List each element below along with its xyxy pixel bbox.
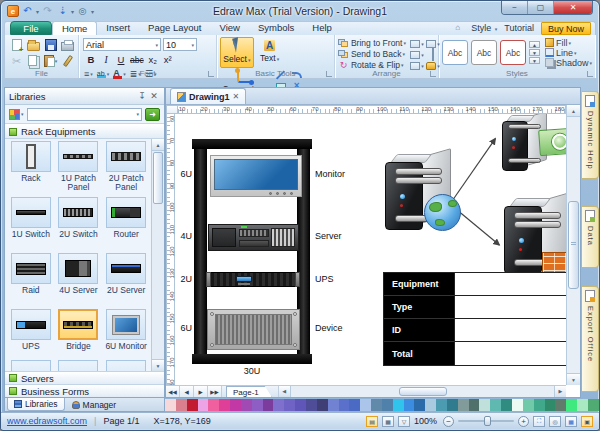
buy-now-button[interactable]: Buy Now (541, 22, 591, 35)
palette-swatch[interactable] (284, 399, 295, 411)
section-header-business-forms[interactable]: Business Forms (5, 384, 164, 397)
palette-swatch[interactable] (371, 399, 382, 411)
ribbon-tab-help[interactable]: Help (303, 21, 341, 35)
fill-button[interactable]: Fill▾ (545, 38, 592, 47)
maximize-button[interactable]: ▢ (528, 1, 554, 14)
section-header-rack-equipments[interactable]: Rack Equipments (5, 124, 164, 139)
zoom-slider[interactable] (458, 420, 514, 422)
tutorial-link[interactable]: Tutorial (504, 23, 534, 33)
close-button[interactable]: ✕ (554, 1, 592, 14)
library-search-input[interactable]: ▾ (27, 108, 142, 121)
device-shape[interactable] (207, 309, 300, 350)
new-document-button[interactable] (9, 38, 24, 52)
document-tab-close-icon[interactable]: ✕ (233, 92, 240, 101)
send-to-back-button[interactable]: Send to Back▾ (338, 49, 406, 59)
font-dialog-launcher[interactable] (208, 71, 214, 77)
canvas-horizontal-scrollbar[interactable]: ◀ ▶ (278, 386, 566, 397)
group-shapes-button[interactable]: ▾ (410, 51, 424, 59)
edrawsoft-link[interactable]: www.edrawsoft.com (7, 416, 87, 426)
scroll-left-icon[interactable]: ◀ (279, 386, 291, 397)
palette-swatch[interactable] (523, 399, 534, 411)
scroll-down-icon[interactable]: ▼ (567, 373, 580, 385)
style-preset-2[interactable]: Abc (471, 40, 497, 65)
palette-swatch[interactable] (328, 399, 339, 411)
save-button[interactable] (43, 38, 58, 52)
library-item-thumbnail[interactable] (106, 141, 146, 172)
library-item-1u-patch-panel[interactable]: 1U Patch Panel (55, 141, 103, 197)
canvas-vscrollbar-thumb[interactable] (568, 201, 579, 289)
palette-swatch[interactable] (447, 399, 458, 411)
server-shape[interactable] (208, 224, 299, 251)
library-item-6u-monitor[interactable]: 6U Monitor (102, 309, 150, 365)
redo-icon[interactable]: ↷ (41, 5, 54, 18)
copy-button[interactable] (26, 54, 41, 68)
paste-button[interactable]: ▾ (43, 54, 58, 68)
print-preview-icon[interactable]: ◎ (76, 5, 89, 18)
align-shapes-button[interactable]: ▾ (410, 40, 424, 48)
font-name-select[interactable]: Arial▾ (83, 38, 161, 51)
palette-swatch[interactable] (555, 399, 566, 411)
palette-swatch[interactable] (566, 399, 577, 411)
library-item-ups[interactable]: UPS (7, 309, 55, 365)
style-gallery-scroll[interactable]: ▲▼▼ (529, 41, 540, 64)
format-painter-button[interactable] (60, 54, 75, 68)
fit-to-window-icon[interactable]: ⛶ (533, 416, 545, 427)
palette-swatch[interactable] (577, 399, 588, 411)
library-item-thumbnail[interactable] (11, 141, 51, 172)
style-preset-3[interactable]: Abc (500, 40, 526, 65)
palette-swatch[interactable] (414, 399, 425, 411)
file-menu-button[interactable]: File (10, 21, 52, 35)
palette-swatch[interactable] (404, 399, 415, 411)
palette-swatch[interactable] (317, 399, 328, 411)
palette-swatch[interactable] (512, 399, 523, 411)
table-row[interactable]: ID (384, 319, 566, 342)
color-grid-button[interactable] (432, 49, 434, 60)
monitor-shape[interactable] (210, 155, 302, 197)
scroll-up-icon[interactable]: ▲ (152, 139, 164, 151)
palette-swatch[interactable] (588, 399, 599, 411)
drawing-page[interactable]: 6UMonitor4UServer2UUPS6UDevice 30U (175, 114, 566, 385)
styles-dialog-launcher[interactable] (587, 71, 593, 77)
italic-button[interactable]: I (99, 53, 113, 66)
bold-button[interactable]: B (84, 53, 98, 66)
library-item-partial[interactable] (58, 360, 98, 371)
library-item-2u-server[interactable]: 2U Server (102, 253, 150, 309)
library-scrollbar[interactable]: ▲ ▼ (151, 139, 164, 371)
right-tab-data[interactable]: Data (582, 206, 599, 268)
library-item-rack[interactable]: Rack (7, 141, 55, 197)
subscript-button[interactable]: x₂ (146, 53, 160, 66)
palette-swatch[interactable] (208, 399, 219, 411)
strikethrough-button[interactable]: abc (129, 53, 145, 66)
palette-swatch[interactable] (165, 399, 176, 411)
library-menu-button[interactable]: ▾ (9, 109, 24, 120)
table-row[interactable]: Equipment (384, 273, 566, 296)
library-item-thumbnail[interactable] (11, 197, 51, 228)
ribbon-tab-page-layout[interactable]: Page Layout (139, 21, 210, 35)
canvas-vertical-scrollbar[interactable]: ▲ ▼ (566, 105, 580, 385)
library-item-2u-patch-panel[interactable]: 2U Patch Panel (102, 141, 150, 197)
palette-swatch[interactable] (252, 399, 263, 411)
text-tool-button[interactable]: A Text▾ (257, 37, 283, 68)
palette-swatch[interactable] (534, 399, 545, 411)
zoom-out-button[interactable]: − (443, 416, 454, 427)
minimize-button[interactable]: − (502, 1, 528, 14)
pin-icon[interactable]: ↧ (136, 91, 148, 101)
grid-toggle-icon[interactable]: ▦ (565, 416, 577, 427)
open-button[interactable] (26, 38, 41, 52)
palette-swatch[interactable] (349, 399, 360, 411)
palette-swatch[interactable] (436, 399, 447, 411)
library-item-raid[interactable]: Raid (7, 253, 55, 309)
title-bar[interactable]: e ↶ ▾ ↷ ⇣ ▾ ◎ ▾ Edraw Max (Trial Version… (1, 1, 599, 21)
library-item-partial[interactable] (11, 360, 51, 371)
library-item-thumbnail[interactable] (58, 141, 98, 172)
library-item-bridge[interactable]: Bridge (55, 309, 103, 365)
library-item-partial[interactable] (106, 360, 146, 371)
last-page-button[interactable]: ▶▶ (208, 386, 222, 397)
palette-swatch[interactable] (273, 399, 284, 411)
library-item-1u-switch[interactable]: 1U Switch (7, 197, 55, 253)
next-page-button[interactable]: ▶ (194, 386, 208, 397)
zoom-slider-thumb[interactable] (484, 416, 491, 426)
pan-mode-icon[interactable]: ▣ (581, 416, 593, 427)
qat-dropdown-icon[interactable]: ▾ (71, 8, 74, 15)
view-page-icon[interactable]: ▦ (382, 416, 394, 427)
